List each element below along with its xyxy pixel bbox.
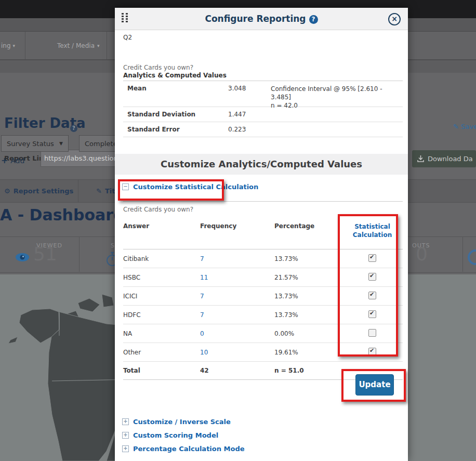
stat-calc-checkbox[interactable] (368, 329, 376, 337)
percentage-value: 0.00% (274, 330, 342, 337)
percentage-value: 21.57% (274, 274, 342, 281)
download-icon (417, 155, 424, 162)
answer-label: HSBC (123, 274, 200, 281)
section-label: Custom Scoring Model (133, 431, 218, 439)
section-label: Customize Statistical Calculation (133, 183, 258, 191)
configure-reporting-modal: Configure Reporting? × Q2 Credit Cards y… (115, 8, 408, 461)
answer-label: HDFC (123, 311, 200, 319)
download-label: Download Da (428, 155, 473, 163)
toolbar-group-label: ing (1, 42, 11, 49)
toolbar-group-partial[interactable]: ing ▾ (1, 32, 15, 59)
stat-calc-checkbox[interactable] (368, 292, 376, 299)
frequency-link[interactable]: 11 (200, 274, 208, 281)
tab-report-settings-label: Report Settings (14, 187, 74, 195)
save-label: Save (461, 123, 476, 130)
frequency-link[interactable]: 7 (200, 293, 204, 300)
toolbar-text-media-button[interactable]: Text / Media ▾ (57, 32, 100, 59)
analytics-row-stderr: Standard Error 0.223 (123, 122, 403, 137)
toolbar-divider (107, 32, 107, 59)
answer-row: Citibank 7 13.73% (123, 249, 403, 268)
sample-size: n = 42.0 (271, 101, 403, 110)
total-frequency: 42 (200, 367, 274, 374)
text-media-label: Text / Media (57, 42, 95, 49)
eye-icon (15, 252, 30, 262)
stat-calc-checkbox[interactable] (368, 310, 376, 318)
col-answer: Answer (123, 218, 200, 249)
stat-divider (79, 236, 80, 272)
help-icon[interactable]: ? (309, 15, 318, 24)
total-note: n = 51.0 (274, 367, 342, 374)
analytics-table: Mean 3.048 Confidence Interval @ 95% [2.… (123, 81, 403, 137)
save-link[interactable]: ✎ Save (453, 123, 476, 130)
analytics-note (271, 126, 403, 133)
toolbar-divider (25, 32, 25, 59)
analytics-value: 1.447 (228, 111, 271, 118)
survey-status-dropdown[interactable]: Survey Status ▼ (1, 135, 69, 152)
gear-icon: ⚙ (4, 187, 10, 195)
completion-donut-icon (467, 248, 476, 266)
dashboard-title: A - Dashboard (0, 206, 125, 224)
section-label: Customize / Inverse Scale (133, 418, 231, 426)
percentage-calculation-mode-toggle[interactable]: + Percentage Calculation Mode (122, 445, 245, 452)
expand-icon: + (122, 445, 129, 452)
answers-table-header: Answer Frequency Percentage Statistical … (123, 218, 403, 249)
analytics-value: 3.048 (228, 85, 271, 99)
divider (123, 201, 403, 202)
frequency-link[interactable]: 7 (200, 311, 204, 319)
percentage-value: 13.73% (274, 311, 342, 319)
modal-title: Configure Reporting? (115, 8, 408, 30)
answer-row: HDFC 7 13.73% (123, 306, 403, 324)
pencil-icon: ✎ (96, 187, 102, 195)
frequency-link[interactable]: 0 (200, 330, 204, 337)
question-text: Credit Cards you own? (123, 64, 193, 71)
stat-calc-checkbox[interactable] (368, 254, 376, 262)
answers-table: Answer Frequency Percentage Statistical … (123, 218, 403, 380)
percentage-value: 13.73% (274, 255, 342, 262)
add-filter-link[interactable]: + Add (1, 155, 24, 165)
frequency-link[interactable]: 7 (200, 255, 204, 262)
answer-label: NA (123, 330, 200, 337)
completed-dropdown[interactable]: Completed (79, 135, 118, 152)
collapse-icon: − (122, 183, 129, 190)
answer-row: NA 0 0.00% (123, 324, 403, 343)
pencil-icon: ✎ (453, 123, 459, 130)
update-button[interactable]: Update (355, 374, 394, 396)
stat-calc-checkbox[interactable] (368, 273, 376, 281)
percentage-value: 13.73% (274, 293, 342, 300)
caret-down-icon: ▾ (97, 43, 100, 48)
percentage-value: 19.61% (274, 349, 342, 356)
frequency-link[interactable]: 10 (200, 349, 208, 356)
analytics-note: Confidence Interval @ 95% [2.610 - 3.485… (271, 85, 403, 99)
collapsed-sections: + Customize / Inverse Scale + Custom Sco… (122, 418, 245, 459)
plus-icon: + (1, 155, 8, 165)
caret-down-icon: ▼ (59, 141, 63, 146)
answer-label: Other (123, 349, 200, 356)
download-data-button[interactable]: Download Da (412, 150, 476, 167)
customize-statistical-calculation-toggle[interactable]: − Customize Statistical Calculation (122, 183, 258, 191)
close-icon[interactable]: × (388, 13, 401, 25)
analytics-row-mean: Mean 3.048 Confidence Interval @ 95% [2.… (123, 81, 403, 107)
answer-label: ICICI (123, 293, 200, 300)
answer-label: Citibank (123, 255, 200, 262)
analytics-value: 0.223 (228, 126, 271, 133)
analytics-label: Standard Deviation (127, 111, 228, 118)
analytics-label: Mean (127, 85, 228, 99)
answer-row: ICICI 7 13.73% (123, 287, 403, 306)
answer-row: HSBC 11 21.57% (123, 268, 403, 287)
col-statistical-calculation: Statistical Calculation (342, 218, 403, 249)
customize-inverse-scale-toggle[interactable]: + Customize / Inverse Scale (122, 418, 245, 425)
report-link-input[interactable]: https://labs3.questionpr (41, 150, 122, 167)
analytics-heading: Analytics & Computed Values (123, 72, 227, 79)
customize-question-text: Credit Cards you own? (123, 206, 193, 213)
custom-scoring-model-toggle[interactable]: + Custom Scoring Model (122, 432, 245, 439)
filter-help-icon[interactable]: ? (70, 125, 77, 132)
tab-report-settings[interactable]: ⚙ Report Settings (4, 180, 73, 202)
modal-title-text: Configure Reporting (205, 14, 306, 24)
col-stat-line2: Calculation (342, 231, 403, 239)
confidence-interval: Confidence Interval @ 95% [2.610 - 3.485… (271, 85, 403, 101)
tab-divider (78, 180, 78, 202)
answer-row: Other 10 19.61% (123, 343, 403, 362)
col-stat-line1: Statistical (342, 222, 403, 231)
expand-icon: + (122, 418, 129, 425)
stat-calc-checkbox[interactable] (368, 348, 376, 355)
